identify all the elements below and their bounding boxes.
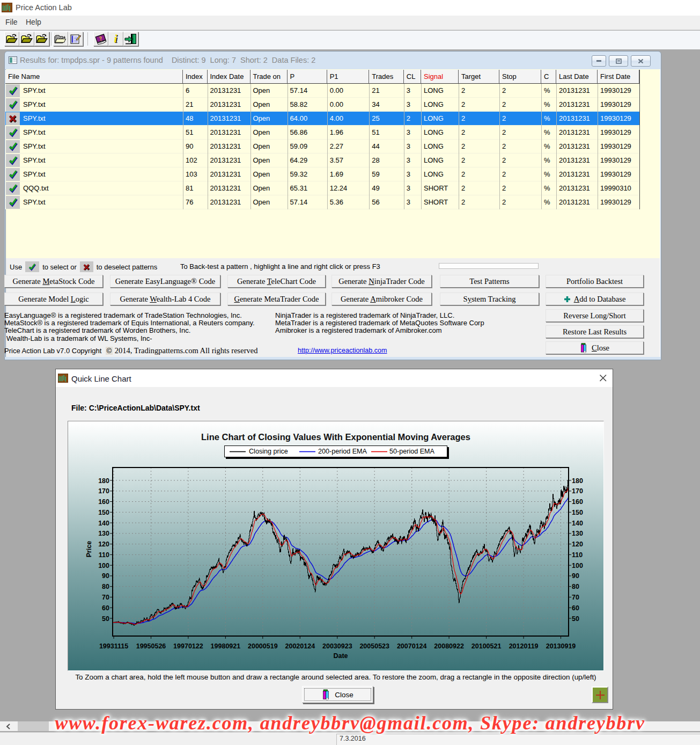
svg-text:i: i [114,33,117,45]
svg-text:130: 130 [572,530,583,537]
svg-text:180: 180 [572,477,583,485]
svg-text:110: 110 [99,551,109,559]
svg-text:20080922: 20080922 [434,642,464,650]
svg-text:20050523: 20050523 [359,642,389,650]
svg-text:110: 110 [572,551,583,559]
svg-text:100: 100 [98,562,109,569]
svg-text:20120119: 20120119 [509,642,539,650]
svg-text:60: 60 [102,604,109,612]
svg-text:140: 140 [98,520,109,527]
svg-text:160: 160 [572,498,583,506]
svg-text:20020124: 20020124 [285,642,315,650]
svg-text:70: 70 [102,594,109,601]
svg-text:19970122: 19970122 [173,642,203,650]
svg-text:20030923: 20030923 [322,642,352,650]
svg-text:120: 120 [572,541,583,548]
svg-text:170: 170 [98,487,109,495]
svg-text:140: 140 [572,520,583,527]
svg-text:90: 90 [102,572,109,580]
svg-text:19950526: 19950526 [136,642,166,650]
svg-text:160: 160 [98,498,109,506]
svg-text:70: 70 [572,594,579,601]
svg-text:90: 90 [572,572,579,580]
svg-text:Date: Date [333,652,348,660]
svg-text:80: 80 [102,583,109,590]
svg-text:180: 180 [98,477,109,485]
svg-text:20130919: 20130919 [546,642,576,650]
svg-text:120: 120 [98,541,109,548]
svg-text:100: 100 [572,562,583,569]
svg-text:50: 50 [102,615,109,623]
svg-text:20000519: 20000519 [248,642,278,650]
svg-text:19931115: 19931115 [99,642,128,650]
svg-text:170: 170 [572,487,583,495]
svg-text:19980921: 19980921 [211,642,241,650]
svg-text:150: 150 [98,509,109,516]
svg-text:60: 60 [572,604,579,612]
svg-text:130: 130 [98,530,109,537]
svg-text:Price: Price [85,541,93,558]
svg-text:20100521: 20100521 [471,642,502,650]
svg-text:50: 50 [572,615,579,623]
svg-text:150: 150 [572,509,583,516]
svg-text:20070124: 20070124 [397,642,427,650]
svg-text:80: 80 [572,583,579,590]
